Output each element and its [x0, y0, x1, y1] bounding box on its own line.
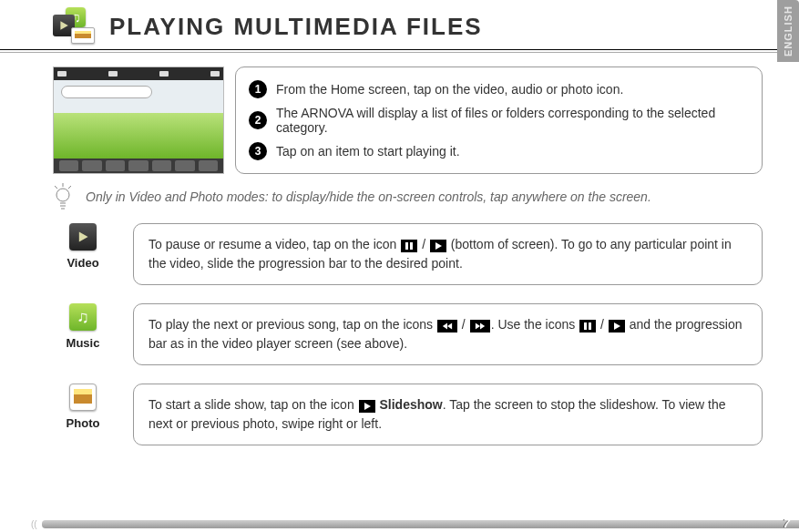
text: / [418, 237, 429, 251]
page-title: PLAYING MULTIMEDIA FILES [109, 13, 483, 41]
play-icon [430, 240, 446, 252]
steps-box: 1 From the Home screen, tap on the video… [235, 66, 763, 174]
svg-rect-17 [589, 322, 591, 330]
text: / [597, 317, 608, 332]
svg-marker-14 [476, 323, 480, 330]
svg-marker-18 [614, 322, 620, 330]
music-section-label: Music [67, 336, 100, 350]
step-3: 3 Tap on an item to start playing it. [249, 142, 749, 160]
language-tab: ENGLISH [777, 0, 799, 62]
step-number: 3 [249, 142, 267, 160]
page-number: 7 [784, 517, 790, 530]
page-header: ♫ PLAYING MULTIMEDIA FILES [0, 0, 799, 50]
svg-line-2 [55, 186, 57, 189]
step-text: From the Home screen, tap on the video, … [276, 82, 623, 97]
svg-marker-15 [480, 323, 485, 330]
section-photo: Photo To start a slide show, tap on the … [53, 384, 763, 445]
pause-icon [401, 240, 417, 252]
svg-marker-12 [443, 323, 447, 330]
step-text: Tap on an item to start playing it. [276, 144, 460, 159]
tip-text: Only in Video and Photo modes: to displa… [86, 189, 651, 204]
step-1: 1 From the Home screen, tap on the video… [249, 80, 749, 98]
play-icon [359, 400, 375, 413]
pause-icon [579, 320, 596, 332]
svg-line-3 [68, 186, 71, 189]
music-section-icon: ♫ [69, 303, 97, 331]
photo-section-icon [69, 384, 97, 411]
text: . Use the icons [491, 317, 579, 332]
music-section-box: To play the next or previous song, tap o… [133, 303, 763, 365]
section-music: ♫ Music To play the next or previous son… [53, 303, 763, 365]
step-text: The ARNOVA will display a list of files … [276, 106, 749, 135]
svg-point-4 [56, 189, 69, 201]
home-screen-thumbnail [53, 66, 224, 174]
step-2: 2 The ARNOVA will display a list of file… [249, 106, 749, 135]
intro-row: 1 From the Home screen, tap on the video… [53, 66, 763, 174]
svg-marker-19 [364, 403, 371, 410]
photo-section-box: To start a slide show, tap on the icon S… [133, 384, 763, 445]
photo-icon [71, 27, 95, 44]
step-number: 2 [249, 111, 267, 129]
video-section-box: To pause or resume a video, tap on the i… [133, 223, 763, 285]
photo-section-label: Photo [67, 416, 100, 430]
next-track-icon [470, 320, 490, 332]
svg-marker-11 [435, 242, 442, 250]
tip-row: Only in Video and Photo modes: to displa… [53, 183, 763, 210]
page-footer: (( 7 [0, 514, 799, 532]
step-number: 1 [249, 80, 267, 98]
section-video: Video To pause or resume a video, tap on… [53, 223, 763, 285]
svg-marker-13 [447, 323, 452, 330]
header-app-icon: ♫ [53, 7, 98, 46]
svg-rect-10 [410, 242, 413, 250]
text: / [458, 317, 469, 332]
text: To play the next or previous song, tap o… [149, 317, 436, 332]
video-section-icon [69, 223, 97, 251]
text: To start a slide show, tap on the icon [149, 397, 358, 412]
prev-track-icon [437, 320, 457, 332]
footer-bar [42, 520, 799, 528]
svg-marker-0 [60, 21, 67, 30]
svg-rect-16 [584, 322, 587, 330]
footer-notch-icon: (( [31, 520, 42, 528]
text: To pause or resume a video, tap on the i… [149, 237, 400, 251]
slideshow-label: Slideshow [376, 397, 443, 412]
play-icon [609, 320, 625, 332]
video-section-label: Video [67, 256, 98, 270]
lightbulb-icon [53, 183, 73, 210]
svg-marker-8 [79, 231, 88, 241]
svg-rect-9 [405, 242, 408, 250]
